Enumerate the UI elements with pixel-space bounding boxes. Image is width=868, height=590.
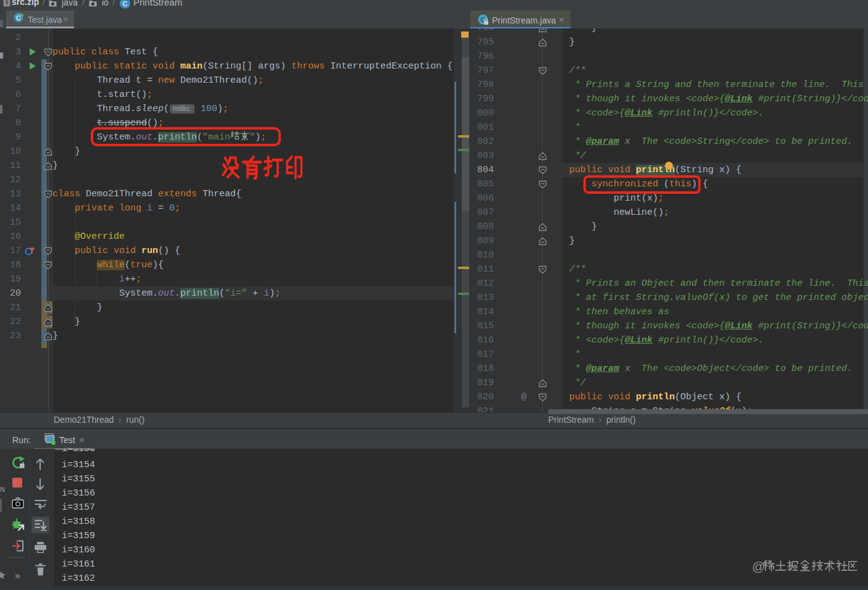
svg-text:C: C xyxy=(16,14,21,22)
svg-text:C: C xyxy=(123,0,128,7)
